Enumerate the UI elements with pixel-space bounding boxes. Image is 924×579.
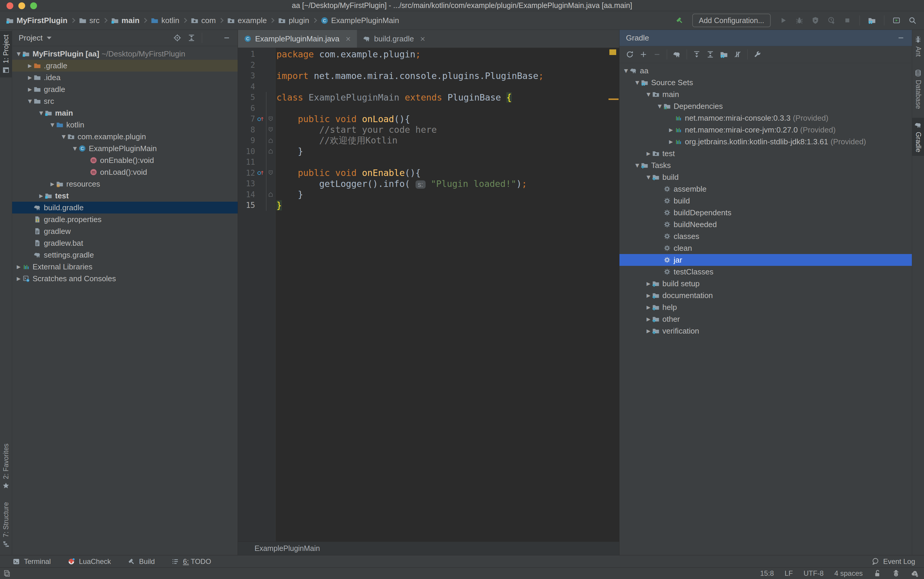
tool-window-button-LuaCheck[interactable]: LuaCheck	[67, 558, 111, 566]
tree-collapsed-arrow-icon[interactable]: ▶	[26, 63, 33, 69]
indent-style[interactable]: 4 spaces	[834, 569, 863, 577]
tree-item[interactable]: build	[619, 195, 912, 207]
tree-item[interactable]: net.mamoe:mirai-console:0.3.3(Provided)	[619, 112, 912, 124]
project-structure-button[interactable]	[866, 14, 878, 26]
tree-expanded-arrow-icon[interactable]: ▼	[656, 103, 663, 109]
ide-updates[interactable]	[911, 569, 919, 577]
add-configuration-button[interactable]: Add Configuration...	[692, 14, 771, 27]
select-opened-file-button[interactable]	[171, 32, 184, 44]
tree-item[interactable]: jar	[619, 254, 912, 266]
tree-item[interactable]: gradle.properties	[12, 214, 238, 225]
code-line-11[interactable]: 11	[238, 157, 619, 168]
breadcrumb-item-com[interactable]: com	[190, 16, 217, 25]
tree-collapsed-arrow-icon[interactable]: ▶	[15, 276, 22, 281]
tree-item[interactable]: ▶documentation	[619, 290, 912, 301]
code-line-13[interactable]: 13 getLogger().info( s: "Plugin loaded!"…	[238, 178, 619, 189]
tree-item[interactable]: ▼Source Sets	[619, 77, 912, 88]
tree-collapsed-arrow-icon[interactable]: ▶	[49, 181, 56, 187]
tree-item[interactable]: ▼Dependencies	[619, 100, 912, 112]
search-everywhere-button[interactable]	[906, 14, 919, 26]
breadcrumb-item-src[interactable]: src	[78, 16, 100, 25]
breadcrumb-item-example[interactable]: example	[226, 16, 267, 25]
tree-item[interactable]: ▼src	[12, 95, 238, 107]
tree-collapsed-arrow-icon[interactable]: ▶	[645, 281, 652, 286]
options-button[interactable]	[206, 32, 219, 44]
zoom-button[interactable]	[30, 2, 37, 9]
tree-item[interactable]: ▼main	[619, 88, 912, 100]
tree-item[interactable]: ▶gradle	[12, 83, 238, 95]
close-icon[interactable]: ×	[345, 35, 351, 43]
tree-item[interactable]: ▶net.mamoe:mirai-core-jvm:0.27.0(Provide…	[619, 124, 912, 136]
line-separator[interactable]: LF	[784, 569, 793, 577]
tree-item[interactable]: gradlew	[12, 225, 238, 237]
fold-marker[interactable]	[266, 149, 275, 154]
run-anything-button[interactable]	[890, 14, 903, 26]
tree-item[interactable]: ▶help	[619, 301, 912, 313]
tree-expanded-arrow-icon[interactable]: ▼	[645, 174, 652, 180]
tree-collapsed-arrow-icon[interactable]: ▶	[645, 304, 652, 310]
highlighting-level[interactable]	[892, 569, 900, 577]
tree-item[interactable]: ▶.idea	[12, 72, 238, 83]
tree-item[interactable]: settings.gradle	[12, 249, 238, 261]
close-icon[interactable]: ×	[420, 35, 425, 43]
minimize-button[interactable]	[18, 2, 25, 9]
tool-window-button-Terminal[interactable]: Terminal	[12, 558, 51, 566]
tree-item[interactable]: build.gradle	[12, 202, 238, 214]
event-log-button[interactable]: Event Log	[871, 558, 915, 566]
tool-window-button-Build[interactable]: Build	[128, 558, 155, 566]
tool-stripe-button-1-Project[interactable]: 1: Project	[0, 31, 12, 77]
chevron-down-icon[interactable]	[47, 37, 51, 39]
hide-button[interactable]	[895, 32, 907, 44]
expand-all-button[interactable]	[691, 48, 703, 61]
tree-expanded-arrow-icon[interactable]: ▼	[634, 162, 641, 168]
tree-item[interactable]: ▼MyFirstPlugin [aa]~/Desktop/MyFirstPlug…	[12, 48, 238, 60]
tree-item[interactable]: ▶resources	[12, 178, 238, 190]
file-encoding[interactable]: UTF-8	[804, 569, 824, 577]
inspection-indicator[interactable]	[609, 49, 616, 55]
tool-window-switcher[interactable]	[3, 569, 11, 577]
code-line-14[interactable]: 14 }	[238, 189, 619, 200]
tree-expanded-arrow-icon[interactable]: ▼	[26, 98, 33, 104]
code-line-15[interactable]: 15}	[238, 200, 619, 211]
tree-expanded-arrow-icon[interactable]: ▼	[622, 68, 630, 74]
tree-collapsed-arrow-icon[interactable]: ▶	[645, 293, 652, 298]
tree-item[interactable]: onLoad():void	[12, 166, 238, 178]
code-line-10[interactable]: 10 }	[238, 146, 619, 157]
tree-item[interactable]: gradlew.bat	[12, 237, 238, 249]
gradle-settings-button[interactable]	[751, 48, 763, 61]
tree-item[interactable]: ▶org.jetbrains.kotlin:kotlin-stdlib-jdk8…	[619, 136, 912, 147]
code-line-4[interactable]: 4	[238, 81, 619, 92]
tree-item[interactable]: ▼kotlin	[12, 119, 238, 131]
tool-stripe-button-Gradle[interactable]: Gradle	[912, 118, 924, 156]
tree-collapsed-arrow-icon[interactable]: ▶	[667, 139, 675, 145]
fold-marker[interactable]	[266, 116, 275, 122]
tree-collapsed-arrow-icon[interactable]: ▶	[26, 75, 33, 80]
tree-item[interactable]: ▶other	[619, 313, 912, 325]
execute-gradle-task-button[interactable]	[671, 48, 683, 61]
tree-item[interactable]: ▶External Libraries	[12, 261, 238, 273]
tree-item[interactable]: testClasses	[619, 266, 912, 278]
code-line-8[interactable]: 8 //start your code here	[238, 124, 619, 136]
code-line-5[interactable]: 5class ExamplePluginMain extends PluginB…	[238, 92, 619, 103]
tree-collapsed-arrow-icon[interactable]: ▶	[645, 316, 652, 322]
fold-marker[interactable]	[266, 138, 275, 144]
tree-expanded-arrow-icon[interactable]: ▼	[60, 134, 67, 139]
tree-expanded-arrow-icon[interactable]: ▼	[15, 51, 22, 57]
tree-collapsed-arrow-icon[interactable]: ▶	[667, 127, 675, 133]
code-line-7[interactable]: 7 public void onLoad(){	[238, 114, 619, 124]
tree-item[interactable]: ▼com.example.plugin	[12, 131, 238, 142]
collapse-all-button[interactable]	[704, 48, 717, 61]
fold-marker[interactable]	[266, 170, 275, 176]
breadcrumb-item-main[interactable]: main	[110, 16, 140, 25]
readonly-toggle[interactable]	[873, 569, 881, 577]
code-line-1[interactable]: 1package com.example.plugin;	[238, 49, 619, 60]
tree-collapsed-arrow-icon[interactable]: ▶	[38, 193, 45, 199]
tree-expanded-arrow-icon[interactable]: ▼	[38, 110, 45, 116]
override-marker[interactable]	[255, 169, 266, 177]
caret-position[interactable]: 15:8	[760, 569, 774, 577]
tree-item[interactable]: ▼ExamplePluginMain	[12, 142, 238, 154]
tree-item[interactable]: ▼build	[619, 171, 912, 183]
tree-item[interactable]: classes	[619, 231, 912, 242]
collapse-all-button[interactable]	[185, 32, 198, 44]
tree-item[interactable]: ▶build setup	[619, 278, 912, 290]
